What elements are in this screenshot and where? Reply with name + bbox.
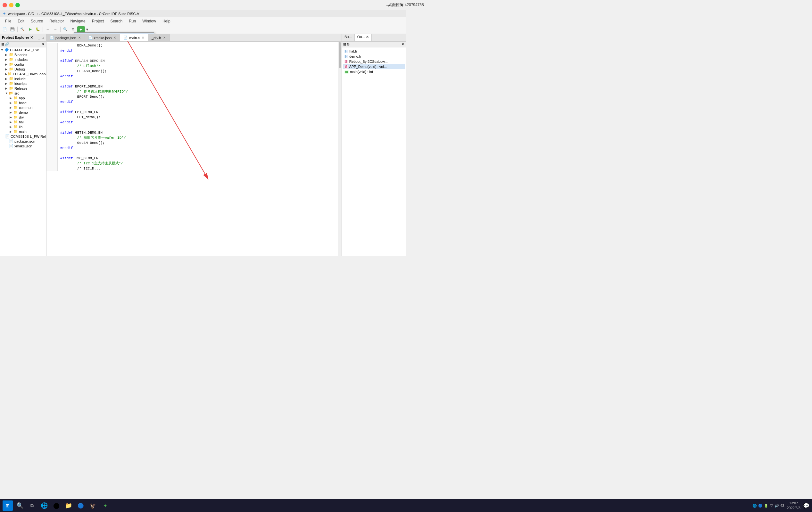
menu-window[interactable]: Window (140, 18, 158, 24)
code-line-13 (47, 104, 338, 110)
tab-drv-h[interactable]: _drv.h ✕ (148, 34, 170, 42)
tree-label-config: config (14, 62, 24, 66)
folder-icon-binaries: 📁 (9, 53, 13, 57)
tab-xmake-json[interactable]: 📄 xmake.json ✕ (85, 34, 120, 42)
tree-label-root: CCM3310S-L_FW (10, 48, 39, 52)
tree-item-ldscripts[interactable]: ▶ 📁 ldscripts (0, 81, 46, 86)
tree-label-lib: lib (19, 125, 23, 129)
tree-item-hal[interactable]: ▶ 📁 hal (0, 120, 46, 124)
menu-navigate[interactable]: Navigate (68, 18, 88, 24)
toolbar-run[interactable]: ▶ (27, 26, 34, 33)
tab-label-xmake: xmake.json (94, 36, 112, 40)
explorer-collapse-all[interactable]: ⊟ (1, 42, 4, 47)
line-num-9 (47, 84, 58, 89)
external-tools-dropdown-btn[interactable]: ▼ (85, 26, 89, 33)
menu-source[interactable]: Source (28, 18, 46, 24)
tree-item-main[interactable]: ▶ 📁 main (0, 129, 46, 134)
menu-help[interactable]: Help (160, 18, 173, 24)
outline-icon-reboot: S (345, 60, 348, 63)
close-window-btn[interactable] (3, 3, 7, 7)
tree-item-src[interactable]: ▼ 📂 src (0, 91, 46, 95)
tree-item-release[interactable]: ▶ 📁 Release (0, 86, 46, 91)
outline-menu[interactable]: ▼ (401, 42, 405, 47)
toolbar-save[interactable]: 💾 (9, 26, 16, 33)
tab-label-pkg: package.json (55, 36, 76, 40)
tree-item-base[interactable]: ▶ 📁 base (0, 100, 46, 105)
right-tab-ou[interactable]: Ou... ✕ (355, 34, 372, 41)
tree-item-include[interactable]: ▶ 📁 include (0, 76, 46, 81)
editor-scrollbar[interactable] (338, 42, 342, 256)
tree-item-demo[interactable]: ▶ 📁 demo (0, 110, 46, 115)
tree-arrow-debug: ▶ (5, 68, 9, 71)
line-content-13 (58, 104, 338, 110)
outline-demo-h[interactable]: H demo.h (343, 54, 405, 59)
outline-reboot[interactable]: S Reboot_ByI2CSdaLow... (343, 59, 405, 64)
tree-item-lib[interactable]: ▶ 📁 lib (0, 124, 46, 129)
code-line-22 (47, 151, 338, 156)
editor-scroll-thumb[interactable] (339, 42, 341, 68)
folder-icon-src: 📂 (9, 91, 13, 95)
outline-collapse[interactable]: ⊟ (343, 42, 346, 47)
panel-minimize-btn[interactable]: _ (37, 36, 40, 40)
toolbar-debug[interactable]: 🐛 (34, 26, 41, 33)
toolbar-new[interactable]: 📄 (1, 26, 8, 33)
line-num-20 (47, 140, 58, 146)
outline-toolbar: ⊟ ⇅ ▼ (342, 42, 406, 48)
tree-label-debug: Debug (14, 67, 25, 71)
panel-header-actions: _ □ (37, 36, 44, 40)
tree-item-debug[interactable]: ▶ 📁 Debug (0, 67, 46, 71)
outline-main[interactable]: m main(void) : int (343, 69, 405, 74)
title-bar-title: 桌面控制 420794758 (388, 2, 406, 8)
menu-run[interactable]: Run (126, 18, 139, 24)
tab-close-xmake[interactable]: ✕ (113, 36, 117, 39)
folder-icon-config: 📁 (9, 62, 13, 66)
tab-close-pkg[interactable]: ✕ (78, 36, 81, 39)
tree-item-drv[interactable]: ▶ 📁 drv (0, 115, 46, 120)
outline-hal-h[interactable]: H hal.h (343, 49, 405, 54)
tab-package-json[interactable]: 📄 package.json ✕ (47, 34, 85, 42)
outline-sort[interactable]: ⇅ (347, 42, 350, 47)
external-tools-btn[interactable]: ▶ (77, 26, 85, 33)
outline-label-main: main(void) : int (350, 70, 373, 74)
tree-item-config[interactable]: ▶ 📁 config (0, 62, 46, 67)
tree-item-pkg[interactable]: 📄 package.json (0, 139, 46, 144)
toolbar-settings[interactable]: ⚙ (69, 26, 77, 33)
menu-project[interactable]: Project (89, 18, 106, 24)
code-line-1: EDMA_Demo(); (47, 43, 338, 48)
outline-app-demo[interactable]: S APP_Demo(void) : voi... (343, 64, 405, 69)
code-editor[interactable]: EDMA_Demo(); #endif #ifdef EFLASH_DEMO_E… (47, 42, 338, 256)
right-tab-bu[interactable]: Bu... (342, 34, 355, 41)
tree-item-launch[interactable]: 📄 CCM3310S-L_FW Release.launch (0, 134, 46, 139)
folder-icon-common: 📁 (13, 106, 18, 110)
line-content-10: /* 参考边沿检测中断的GPIO*/ (58, 89, 338, 94)
tree-item-common[interactable]: ▶ 📁 common (0, 105, 46, 110)
tree-item-xmake[interactable]: 📄 xmake.json (0, 144, 46, 148)
tab-main-c[interactable]: 📄 main.c ✕ (120, 34, 148, 42)
line-content-6: EFLASH_Demo(); (58, 68, 338, 74)
toolbar-forward[interactable]: → (52, 26, 59, 33)
folder-icon-lib: 📁 (13, 125, 18, 129)
minimize-window-btn[interactable] (9, 3, 13, 7)
explorer-menu[interactable]: ▼ (41, 42, 45, 47)
tree-item-eflash[interactable]: ▶ 📁 EFLASH_DownLoader (0, 71, 46, 76)
maximize-window-btn[interactable] (16, 3, 20, 7)
outline-label-app-demo: APP_Demo(void) : voi... (349, 65, 387, 68)
tree-item-root[interactable]: ▼ 🔷 CCM3310S-L_FW (0, 48, 46, 52)
tree-arrow-root: ▼ (1, 49, 4, 52)
explorer-link-editor[interactable]: 🔗 (5, 42, 9, 47)
tree-label-base: base (19, 101, 27, 105)
tab-close-main[interactable]: ✕ (141, 36, 145, 39)
panel-maximize-btn[interactable]: □ (41, 36, 44, 40)
tree-label-drv: drv (19, 115, 24, 119)
toolbar-build[interactable]: 🔨 (19, 26, 26, 33)
toolbar-search[interactable]: 🔍 (62, 26, 69, 33)
toolbar-back[interactable]: ← (44, 26, 51, 33)
menu-file[interactable]: File (3, 18, 14, 24)
menu-search[interactable]: Search (108, 18, 125, 24)
tree-item-binaries[interactable]: ▶ 📁 Binaries (0, 52, 46, 57)
menu-edit[interactable]: Edit (15, 18, 27, 24)
menu-refactor[interactable]: Refactor (47, 18, 66, 24)
tab-close-drv[interactable]: ✕ (163, 36, 166, 39)
tree-item-includes[interactable]: ▶ 📁 Includes (0, 57, 46, 62)
tree-item-app[interactable]: ▶ 📁 app (0, 95, 46, 100)
